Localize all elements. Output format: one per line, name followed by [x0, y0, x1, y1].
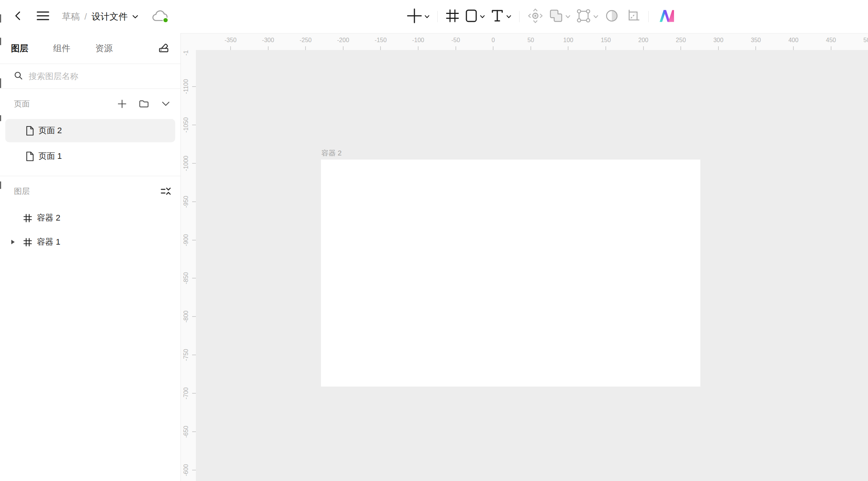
ruler-tick [192, 355, 196, 355]
pages-section-header: 页面 [0, 89, 180, 119]
ruler-tick [192, 86, 196, 87]
expand-arrow-icon[interactable] [9, 238, 17, 246]
shape-tool-button[interactable] [462, 6, 488, 27]
chevron-down-icon [425, 15, 429, 18]
page-name: 页面 1 [38, 151, 62, 162]
layer-name: 容器 1 [37, 236, 60, 248]
layer-list: 容器 2 容器 1 [0, 206, 180, 254]
ruler-tick [793, 46, 794, 50]
boolean-tool-button [546, 6, 573, 27]
ruler-label: -1050 [183, 117, 189, 132]
ruler-label: 350 [751, 33, 761, 47]
frame-hash-icon [23, 238, 32, 247]
chevron-down-icon [506, 15, 511, 18]
ruler-tick [192, 240, 196, 240]
ruler-label: -600 [183, 464, 189, 476]
page-list-item[interactable]: 页面 2 [5, 119, 175, 142]
add-page-button[interactable] [116, 98, 128, 110]
chevron-left-icon [13, 11, 23, 22]
ai-assistant-button[interactable] [655, 6, 679, 27]
hamburger-menu-icon [37, 11, 49, 23]
ruler-label: 50 [527, 33, 534, 47]
ruler-label: 250 [676, 33, 686, 47]
ruler-tick [605, 46, 606, 50]
vertical-ruler[interactable]: -1150-1100-1050-1000-950-900-850-800-750… [181, 50, 196, 481]
screenshot-edge-artifact [0, 38, 1, 45]
collapse-layers-button[interactable] [160, 186, 171, 197]
ruler-tick [192, 470, 196, 470]
breadcrumb-separator: / [84, 11, 87, 22]
ruler-label: -1100 [183, 79, 189, 94]
collapse-pages-button[interactable] [160, 98, 171, 110]
screenshot-edge-artifact [0, 181, 1, 189]
screenshot-edge-artifact [0, 115, 1, 121]
chevron-down-icon [565, 15, 570, 18]
page-folder-button[interactable] [138, 98, 150, 110]
ruler-label: -950 [183, 196, 189, 208]
ruler-label: 400 [789, 33, 799, 47]
canvas-frame[interactable] [321, 160, 700, 387]
back-button[interactable] [9, 8, 27, 26]
screenshot-edge-artifact [0, 14, 1, 23]
design-library-button[interactable] [156, 40, 172, 57]
file-name-dropdown[interactable]: 设计文件 [92, 11, 138, 23]
insert-tool-button[interactable] [404, 6, 432, 27]
page-file-icon [26, 126, 34, 136]
page-file-icon [26, 151, 34, 161]
frame-label[interactable]: 容器 2 [321, 148, 342, 158]
horizontal-ruler[interactable]: -350-300-250-200-150-100-500501001502002… [181, 33, 868, 50]
canvas-viewport[interactable]: 容器 2 -350-300-250-200-150-100-5005010015… [181, 33, 868, 481]
layer-name: 容器 2 [37, 212, 60, 224]
plus-icon [118, 99, 127, 108]
tab-components[interactable]: 组件 [53, 43, 70, 54]
toolbar-divider [519, 11, 520, 22]
mastergo-app: 草稿 / 设计文件 [0, 0, 868, 481]
ruler-label: -200 [337, 33, 349, 47]
search-input[interactable] [29, 72, 172, 81]
ruler-label: 0 [492, 33, 495, 47]
ruler-label: -800 [183, 311, 189, 323]
pages-actions [116, 98, 171, 110]
ruler-tick [418, 46, 419, 50]
text-tool-button[interactable] [488, 6, 514, 27]
plus-icon [407, 8, 422, 25]
sync-ok-dot [164, 18, 168, 22]
ruler-tick [230, 46, 231, 50]
page-list-item[interactable]: 页面 1 [5, 145, 175, 168]
tab-resources[interactable]: 资源 [95, 43, 113, 54]
tab-layers[interactable]: 图层 [11, 43, 28, 54]
layers-header-label: 图层 [14, 186, 30, 196]
chevron-down-icon [480, 15, 485, 18]
layer-list-item[interactable]: 容器 2 [0, 206, 180, 230]
ruler-label: -150 [374, 33, 387, 47]
ruler-label: -900 [183, 234, 189, 246]
move-resize-tool-button [524, 6, 546, 27]
layers-section-header: 图层 [0, 176, 180, 206]
mask-tool-button [601, 6, 622, 27]
topbar: 草稿 / 设计文件 [0, 0, 868, 33]
ruler-label: -750 [183, 349, 189, 361]
frame-grid-icon [446, 9, 459, 24]
cloud-sync-status[interactable] [151, 9, 170, 24]
cloud-sync-icon [151, 19, 170, 25]
ruler-tick [380, 46, 381, 50]
frame-tool-button[interactable] [443, 6, 462, 27]
ruler-label: 500 [863, 33, 868, 47]
ruler-label: -850 [183, 272, 189, 284]
crop-tool-button [622, 6, 643, 27]
ruler-tick [343, 46, 344, 50]
ruler-tick [192, 393, 196, 394]
ruler-label: 100 [563, 33, 573, 47]
ruler-label: -100 [412, 33, 424, 47]
ruler-tick [192, 163, 196, 164]
breadcrumb-project[interactable]: 草稿 [62, 11, 80, 23]
ruler-label: -250 [300, 33, 312, 47]
ruler-tick [755, 46, 756, 50]
ruler-label: -50 [451, 33, 460, 47]
layer-list-item[interactable]: 容器 1 [0, 230, 180, 254]
main-menu-button[interactable] [34, 8, 52, 26]
page-name: 页面 2 [38, 125, 62, 136]
ruler-tick [718, 46, 719, 50]
ruler-label: 150 [601, 33, 611, 47]
toolbar-divider [437, 11, 438, 22]
